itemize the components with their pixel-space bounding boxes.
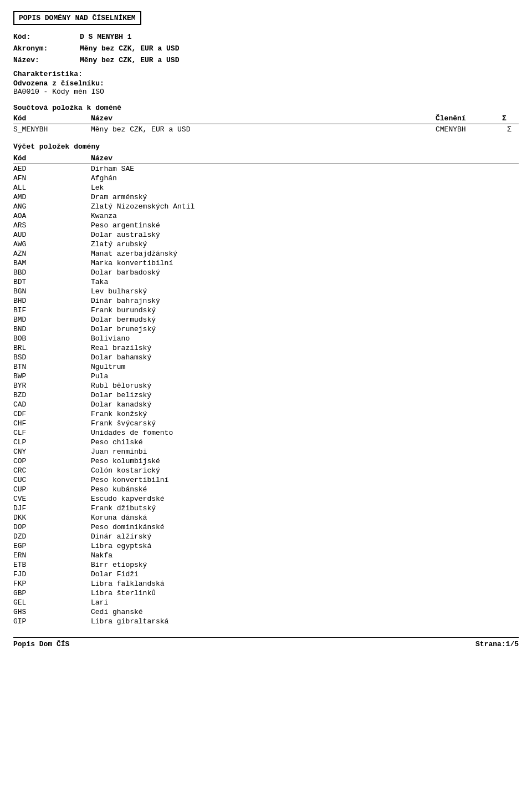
list-item: CVE Escudo kapverdské [13, 494, 519, 504]
akronym-value: Měny bez CZK, EUR a USD [80, 44, 179, 53]
item-kod: BHD [13, 296, 91, 306]
item-kod: BMD [13, 315, 91, 324]
nazev-label: Název: [13, 56, 80, 64]
footer-left: Popis Dom ČÍS [13, 640, 69, 648]
item-kod: ALL [13, 183, 91, 192]
list-item: AUD Dolar australský [13, 230, 519, 240]
list-item: ETB Birr etiopský [13, 560, 519, 570]
item-kod: CUP [13, 485, 91, 494]
list-item: BBD Dolar barbadoský [13, 268, 519, 277]
item-nazev: Frank džibutský [91, 504, 519, 513]
list-item: BIF Frank burundský [13, 306, 519, 315]
list-item: GEL Lari [13, 598, 519, 607]
item-nazev: Dolar brunejský [91, 324, 519, 334]
kod-row: Kód: D S MENYBH 1 [13, 33, 519, 41]
list-item: BAM Marka konvertibilní [13, 258, 519, 268]
list-item: AWG Zlatý arubský [13, 240, 519, 249]
item-nazev: Dolar Fidži [91, 570, 519, 579]
item-nazev: Dolar belizský [91, 390, 519, 400]
item-nazev: Ngultrum [91, 362, 519, 372]
nazev-row: Název: Měny bez CZK, EUR a USD [13, 56, 519, 64]
item-nazev: Cedi ghanské [91, 607, 519, 617]
item-kod: GEL [13, 598, 91, 607]
item-kod: BYR [13, 381, 91, 390]
list-item: BSD Dolar bahamský [13, 353, 519, 362]
item-nazev: Nakfa [91, 551, 519, 560]
list-item: BHD Dinár bahrajnský [13, 296, 519, 306]
item-nazev: Juan renminbi [91, 447, 519, 456]
soucet-col-kod: Kód [13, 113, 91, 124]
list-item: BZD Dolar belizský [13, 390, 519, 400]
item-nazev: Lev bulharský [91, 287, 519, 296]
item-nazev: Marka konvertibilní [91, 258, 519, 268]
list-item: BMD Dolar bermudský [13, 315, 519, 324]
item-nazev: Peso kubánské [91, 485, 519, 494]
list-item: DOP Peso dominikánské [13, 522, 519, 532]
item-nazev: Dolar australský [91, 230, 519, 240]
item-kod: ETB [13, 560, 91, 570]
item-kod: AED [13, 164, 91, 174]
item-kod: BOB [13, 334, 91, 343]
soucet-col-nazev: Název [91, 113, 436, 124]
item-nazev: Lek [91, 183, 519, 192]
item-nazev: Frank burundský [91, 306, 519, 315]
item-kod: DOP [13, 522, 91, 532]
soucet-sigma: Σ [502, 124, 519, 135]
item-nazev: Dolar bermudský [91, 315, 519, 324]
list-item: AZN Manat azerbajdžánský [13, 249, 519, 258]
item-kod: BND [13, 324, 91, 334]
list-item: AFN Afghán [13, 174, 519, 183]
item-nazev: Lari [91, 598, 519, 607]
item-kod: AZN [13, 249, 91, 258]
item-kod: GHS [13, 607, 91, 617]
item-nazev: Peso konvertibilní [91, 475, 519, 485]
item-nazev: Libra gibraltarská [91, 617, 519, 626]
odvozena-label: Odvozena z číselníku: [13, 79, 519, 88]
item-kod: BWP [13, 372, 91, 381]
list-item: ERN Nakfa [13, 551, 519, 560]
vycet-table: Kód Název AED Dirham SAE AFN Afghán ALL … [13, 153, 519, 626]
item-nazev: Libra falklandská [91, 579, 519, 588]
vycet-col-nazev: Název [91, 153, 519, 164]
item-kod: CRC [13, 466, 91, 475]
list-item: AED Dirham SAE [13, 164, 519, 174]
list-item: ALL Lek [13, 183, 519, 192]
soucet-kod: S_MENYBH [13, 124, 91, 135]
item-nazev: Libra egyptská [91, 541, 519, 551]
list-item: DZD Dinár alžírský [13, 532, 519, 541]
item-kod: CDF [13, 409, 91, 419]
charakteristika-label: Charakteristika: [13, 70, 519, 78]
list-item: BOB Boliviano [13, 334, 519, 343]
item-kod: AOA [13, 211, 91, 221]
item-kod: CHF [13, 419, 91, 428]
item-nazev: Unidades de fomento [91, 428, 519, 438]
item-kod: FKP [13, 579, 91, 588]
item-kod: BZD [13, 390, 91, 400]
item-kod: COP [13, 456, 91, 466]
item-nazev: Dinár bahrajnský [91, 296, 519, 306]
item-kod: AFN [13, 174, 91, 183]
kod-label: Kód: [13, 33, 80, 41]
item-kod: DJF [13, 504, 91, 513]
list-item: BND Dolar brunejský [13, 324, 519, 334]
item-nazev: Peso chilské [91, 438, 519, 447]
item-kod: BIF [13, 306, 91, 315]
list-item: BWP Pula [13, 372, 519, 381]
item-nazev: Dinár alžírský [91, 532, 519, 541]
akronym-label: Akronym: [13, 44, 80, 53]
list-item: BRL Real brazilský [13, 343, 519, 353]
footer-right: Strana:1/5 [475, 640, 519, 648]
item-kod: AWG [13, 240, 91, 249]
item-nazev: Peso dominikánské [91, 522, 519, 532]
item-kod: BGN [13, 287, 91, 296]
item-nazev: Zlatý Nizozemských Antil [91, 202, 519, 211]
list-item: CRC Colón kostarický [13, 466, 519, 475]
item-nazev: Pula [91, 372, 519, 381]
list-item: BTN Ngultrum [13, 362, 519, 372]
item-kod: ANG [13, 202, 91, 211]
item-kod: BSD [13, 353, 91, 362]
item-kod: GBP [13, 588, 91, 598]
list-item: CNY Juan renminbi [13, 447, 519, 456]
item-nazev: Boliviano [91, 334, 519, 343]
soucet-header: Součtová položka k doméně [13, 104, 519, 112]
